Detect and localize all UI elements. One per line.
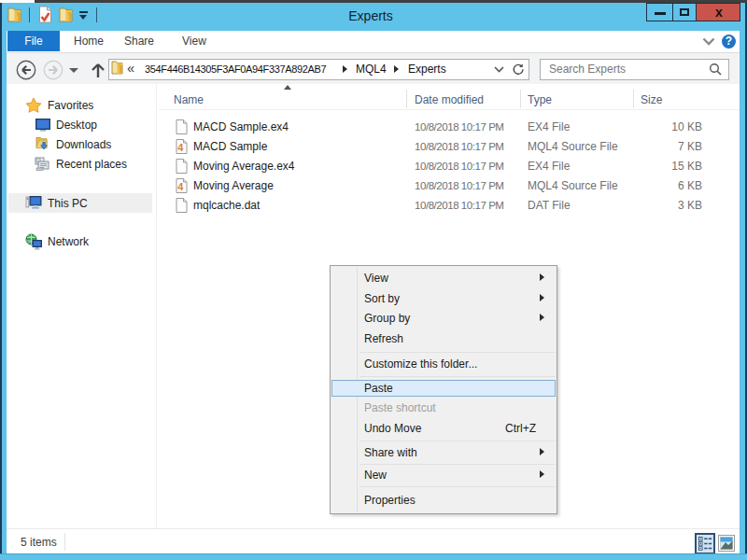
svg-text:4: 4 — [177, 142, 184, 153]
svg-text:4: 4 — [177, 181, 184, 192]
